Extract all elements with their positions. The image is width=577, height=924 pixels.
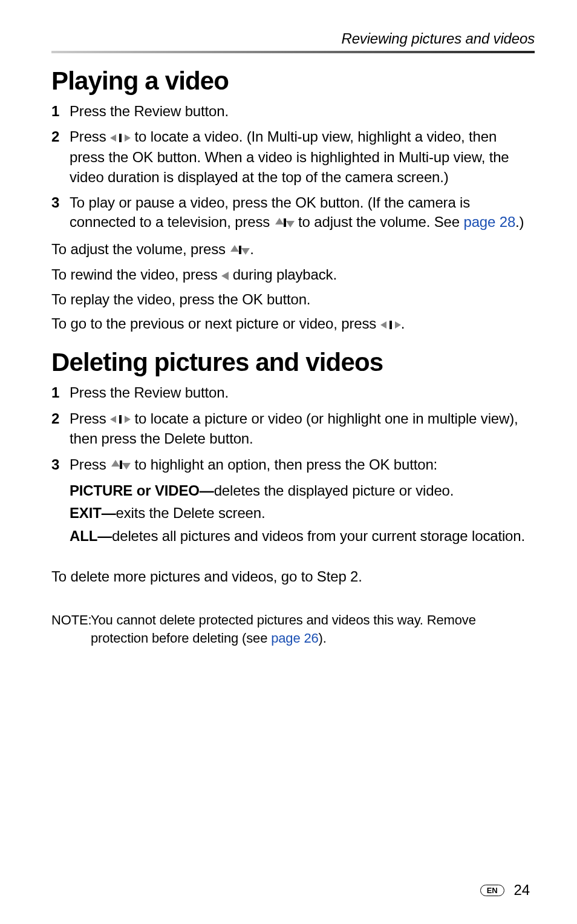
up-down-icon	[274, 213, 295, 232]
svg-rect-14	[119, 415, 122, 424]
sub-exit: EXIT—exits the Delete screen.	[70, 503, 535, 523]
sub-picture-video: PICTURE or VIDEO—deletes the displayed p…	[70, 480, 535, 501]
up-down-icon	[229, 240, 250, 260]
step-text: Press to locate a video. (In Multi-up vi…	[70, 127, 535, 187]
svg-rect-7	[239, 246, 241, 254]
step-text: To play or pause a video, press the OK b…	[70, 193, 535, 233]
sub-label: ALL—	[70, 528, 112, 544]
header-rule	[51, 51, 535, 53]
left-right-icon	[110, 409, 131, 428]
step-number: 3	[51, 193, 70, 233]
step-text: Press the Review button.	[70, 102, 535, 121]
section-a-title: Playing a video	[51, 67, 535, 96]
svg-marker-6	[230, 245, 239, 252]
running-header: Reviewing pictures and videos	[51, 30, 535, 47]
note-label: NOTE:	[51, 611, 91, 647]
step-number: 2	[51, 409, 70, 449]
line-prevnext: To go to the previous or next picture or…	[51, 313, 535, 335]
note-block: NOTE: You cannot delete protected pictur…	[51, 611, 535, 647]
step-a3: 3 To play or pause a video, press the OK…	[51, 193, 535, 233]
svg-marker-13	[110, 416, 116, 423]
step-number: 2	[51, 127, 70, 187]
svg-marker-9	[221, 272, 229, 280]
svg-marker-2	[125, 134, 131, 142]
step-b1: 1 Press the Review button.	[51, 383, 535, 402]
svg-marker-16	[111, 460, 120, 467]
sub-label: PICTURE or VIDEO—	[70, 482, 214, 499]
sub-label: EXIT—	[70, 505, 116, 521]
note-body: You cannot delete protected pictures and…	[91, 611, 535, 647]
svg-marker-3	[275, 218, 284, 224]
svg-rect-17	[120, 460, 122, 469]
svg-marker-5	[286, 221, 295, 228]
section-b-title: Deleting pictures and videos	[51, 348, 535, 377]
step-number: 1	[51, 383, 70, 402]
after-steps: To delete more pictures and videos, go t…	[51, 566, 535, 587]
svg-marker-0	[110, 134, 116, 142]
sub-all: ALL—deletes all pictures and videos from…	[70, 526, 535, 546]
lang-badge: EN	[480, 885, 504, 896]
left-icon	[221, 265, 229, 286]
step-text: Press the Review button.	[70, 383, 535, 402]
sub-text: deletes all pictures and videos from you…	[112, 528, 525, 544]
sub-text: exits the Delete screen.	[116, 505, 266, 521]
step-b2: 2 Press to locate a picture or video (or…	[51, 409, 535, 449]
line-replay: To replay the video, press the OK button…	[51, 289, 535, 310]
step-number: 1	[51, 102, 70, 121]
step-text: Press to locate a picture or video (or h…	[70, 409, 535, 449]
step-a1: 1 Press the Review button.	[51, 102, 535, 121]
svg-marker-12	[395, 321, 401, 329]
page-number: 24	[514, 882, 530, 899]
svg-marker-8	[241, 248, 250, 255]
left-right-icon	[380, 314, 401, 335]
svg-rect-11	[390, 321, 392, 329]
link-page-26[interactable]: page 26	[271, 631, 318, 646]
link-page-28[interactable]: page 28	[463, 214, 515, 230]
left-right-icon	[110, 128, 131, 147]
page-footer: EN 24	[480, 882, 530, 899]
svg-rect-4	[284, 218, 286, 227]
svg-rect-1	[119, 134, 122, 142]
svg-marker-15	[125, 416, 131, 423]
svg-marker-10	[380, 321, 386, 329]
up-down-icon	[110, 455, 131, 474]
line-rewind: To rewind the video, press during playba…	[51, 264, 535, 286]
line-volume: To adjust the volume, press .	[51, 239, 535, 260]
step-a2: 2 Press to locate a video. (In Multi-up …	[51, 127, 535, 187]
step-b3: 3 Press to highlight an option, then pre…	[51, 455, 535, 549]
svg-marker-18	[122, 463, 131, 470]
step-text: Press to highlight an option, then press…	[70, 455, 535, 549]
sub-text: deletes the displayed picture or video.	[214, 482, 454, 499]
step-number: 3	[51, 455, 70, 549]
